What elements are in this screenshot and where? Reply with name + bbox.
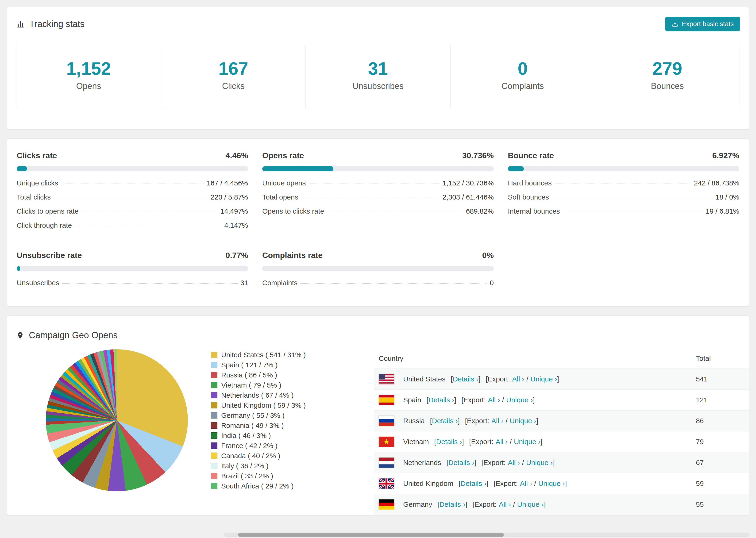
legend-item[interactable]: Romania ( 49 / 3% ) (211, 420, 374, 430)
export-all-link[interactable]: All › (520, 480, 532, 487)
legend-item[interactable]: United States ( 541 / 31% ) (211, 350, 374, 360)
export-unique-link[interactable]: Unique › (514, 438, 540, 446)
stat-value: 279 (595, 60, 739, 78)
legend-item[interactable]: Netherlands ( 67 / 4% ) (211, 390, 374, 400)
bounce-rate-panel: Bounce rate 6.927% Hard bounces 242 / 86… (508, 151, 739, 232)
pie-chart-area (16, 348, 211, 491)
opens-rate-title: Opens rate (262, 151, 304, 160)
legend-item[interactable]: Italy ( 36 / 2% ) (211, 461, 374, 471)
rate-row-label: Total clicks (17, 193, 51, 201)
export-unique-link[interactable]: Unique › (517, 501, 544, 508)
legend-item[interactable]: Germany ( 55 / 3% ) (211, 410, 374, 420)
tracking-stats-card: Tracking stats Export basic stats 1,152 … (7, 7, 749, 130)
rate-row: Unique clicks 167 / 4.456% (17, 176, 248, 190)
export-all-link[interactable]: All › (499, 501, 511, 508)
geo-content: United States ( 541 / 31% ) Spain ( 121 … (16, 348, 749, 515)
country-flag-icon (379, 437, 394, 447)
legend-label: Italy ( 36 / 2% ) (221, 461, 269, 471)
legend-item[interactable]: France ( 42 / 2% ) (211, 441, 374, 451)
details-link[interactable]: Details › (439, 501, 465, 508)
complaints-rate-title: Complaints rate (262, 251, 323, 260)
bracket: [ (494, 480, 495, 487)
clicks-rate-progress-fill (17, 166, 27, 171)
export-unique-link[interactable]: Unique › (538, 480, 565, 487)
export-unique-link[interactable]: Unique › (506, 396, 533, 404)
campaign-stats-page: Tracking stats Export basic stats 1,152 … (0, 0, 756, 522)
export-basic-stats-button[interactable]: Export basic stats (665, 17, 740, 31)
clicks-rate-progress (17, 166, 248, 171)
legend-item[interactable]: Spain ( 121 / 7% ) (211, 360, 374, 370)
export-label: Export: (496, 480, 518, 487)
export-unique-link[interactable]: Unique › (510, 417, 536, 425)
legend-label: Russia ( 86 / 5% ) (221, 370, 277, 380)
complaints-rate-panel: Complaints rate 0% Complaints 0 (262, 251, 494, 290)
export-unique-link[interactable]: Unique › (530, 375, 557, 383)
country-name: Netherlands (403, 459, 441, 466)
total-cell: 121 (691, 390, 749, 410)
legend-item[interactable]: India ( 46 / 3% ) (211, 430, 374, 441)
export-all-link[interactable]: All › (496, 438, 508, 446)
stat-value: 167 (161, 60, 305, 78)
export-all-link[interactable]: All › (508, 459, 520, 466)
export-all-link[interactable]: All › (491, 417, 504, 425)
details-link[interactable]: Details › (453, 375, 478, 383)
bracket: ] (557, 375, 559, 383)
details-link[interactable]: Details › (428, 396, 454, 404)
legend-item[interactable]: Russia ( 86 / 5% ) (211, 370, 374, 380)
geo-opens-pie-chart[interactable] (46, 349, 188, 491)
legend-item[interactable]: Brazil ( 33 / 2% ) (211, 471, 374, 481)
export-all-link[interactable]: All › (488, 396, 500, 404)
bracket: ] (486, 480, 488, 487)
rate-row: Clicks to opens rate 14.497% (17, 204, 248, 218)
stat-box: 31 Unsubscribes (305, 45, 450, 108)
details-link[interactable]: Details › (436, 438, 462, 446)
opens-rate-value: 30.736% (462, 151, 494, 160)
bracket: ] (536, 417, 538, 425)
details-link[interactable]: Details › (449, 459, 474, 466)
geo-title-text: Campaign Geo Opens (29, 330, 118, 340)
bracket: [ (486, 375, 488, 383)
stat-box: 279 Bounces (595, 45, 740, 108)
rate-row-value: 0 (490, 279, 494, 287)
rate-row-label: Unsubscribes (17, 279, 59, 287)
country-flag-icon (379, 499, 394, 510)
country-column-header: Country (374, 348, 691, 369)
clicks-rate-title: Clicks rate (17, 151, 57, 160)
legend-swatch (211, 483, 217, 489)
slash: / (510, 438, 512, 446)
country-name: Germany (403, 501, 432, 508)
country-cell: Germany [Details ›] [Export:All ›/Unique… (374, 494, 691, 515)
pie-legend: United States ( 541 / 31% ) Spain ( 121 … (211, 350, 374, 491)
bracket: [ (465, 417, 467, 425)
rate-row-label: Click through rate (17, 221, 72, 229)
rates-card: Clicks rate 4.46% Unique clicks 167 / 4.… (7, 138, 749, 306)
legend-label: Brazil ( 33 / 2% ) (221, 471, 273, 481)
legend-item[interactable]: Canada ( 40 / 2% ) (211, 451, 374, 461)
rate-row-value: 220 / 5.87% (211, 193, 248, 201)
country-flag-icon (379, 374, 394, 384)
slash: / (506, 417, 508, 425)
bracket: ] (533, 396, 535, 404)
legend-item[interactable]: Vietnam ( 79 / 5% ) (211, 380, 374, 390)
legend-label: Canada ( 40 / 2% ) (221, 451, 280, 461)
stat-box: 167 Clicks (161, 45, 306, 108)
export-unique-link[interactable]: Unique › (526, 459, 553, 466)
country-name: United States (403, 375, 445, 383)
stat-label: Clicks (161, 81, 305, 91)
stat-box: 1,152 Opens (16, 45, 161, 108)
stat-value: 1,152 (17, 60, 161, 78)
horizontal-scrollbar-thumb[interactable] (238, 533, 504, 537)
export-all-link[interactable]: All › (512, 375, 524, 383)
legend-item[interactable]: United Kingdom ( 59 / 3% ) (211, 400, 374, 410)
rate-row: Complaints 0 (262, 276, 494, 290)
rate-row: Unique opens 1,152 / 30.736% (262, 176, 494, 190)
unsubscribe-rate-title: Unsubscribe rate (17, 251, 82, 260)
details-link[interactable]: Details › (460, 480, 486, 487)
legend-item[interactable]: South Africa ( 29 / 2% ) (211, 481, 374, 491)
export-label: Export: (467, 417, 489, 425)
dotted-leader (81, 212, 217, 212)
clicks-rate-rows: Unique clicks 167 / 4.456% Total clicks … (17, 176, 248, 232)
rate-row-label: Unique clicks (17, 179, 58, 187)
bracket: [ (446, 459, 448, 466)
details-link[interactable]: Details › (432, 417, 458, 425)
